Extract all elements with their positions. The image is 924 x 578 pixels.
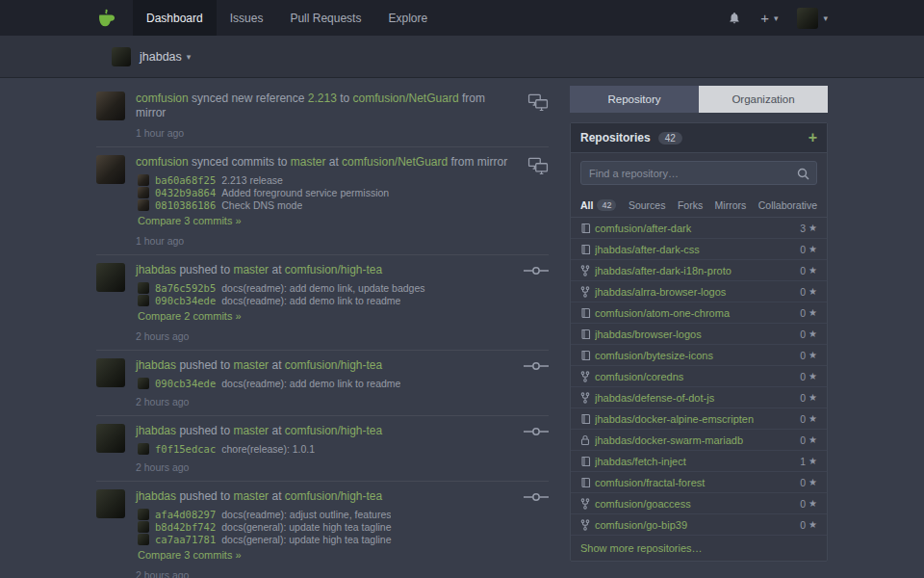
committer-avatar: [138, 282, 149, 294]
tab-repository[interactable]: Repository: [570, 86, 699, 113]
repo-link[interactable]: comfusion/high-tea: [285, 263, 382, 276]
repo-name[interactable]: jhabdas/docker-alpine-emscripten: [595, 413, 800, 425]
repo-row[interactable]: jhabdas/docker-alpine-emscripten 0 ★: [571, 408, 827, 430]
repo-link[interactable]: comfusion/high-tea: [285, 489, 382, 503]
repo-link[interactable]: comfusion/high-tea: [285, 358, 382, 372]
repo-name[interactable]: jhabdas/alrra-browser-logos: [595, 286, 800, 298]
commit-message: docs(readme): adjust outline, features: [221, 509, 391, 520]
filter-sources[interactable]: Sources: [629, 199, 666, 211]
commit-sha[interactable]: ba60a68f25: [155, 174, 216, 186]
repo-name[interactable]: jhabdas/fetch-inject: [595, 456, 800, 467]
feed-item: jhabdas pushed to master at comfusion/hi…: [96, 416, 549, 482]
repo-row[interactable]: jhabdas/docker-swarm-mariadb 0 ★: [571, 430, 827, 451]
actor-link[interactable]: jhabdas: [136, 358, 176, 372]
commit-sha[interactable]: f0f15edcac: [155, 443, 216, 455]
compare-commits-link[interactable]: Compare 3 commits »: [138, 215, 242, 227]
feed-title: comfusion synced new reference 2.213 to …: [136, 92, 508, 120]
repo-name[interactable]: jhabdas/after-dark-i18n-proto: [595, 265, 800, 276]
repo-row[interactable]: jhabdas/after-dark-css 0 ★: [571, 239, 827, 260]
repo-row[interactable]: jhabdas/defense-of-dot-js 0 ★: [571, 387, 827, 408]
repo-name[interactable]: jhabdas/defense-of-dot-js: [595, 392, 800, 404]
repo-name[interactable]: comfusion/fractal-forest: [595, 477, 800, 488]
gitea-logo[interactable]: [96, 0, 117, 36]
context-switcher-bar: jhabdas ▾: [0, 36, 924, 78]
nav-item-explore[interactable]: Explore: [374, 0, 441, 36]
repo-name[interactable]: jhabdas/after-dark-css: [595, 244, 800, 255]
star-count: 0: [800, 307, 806, 319]
repo-name[interactable]: jhabdas/docker-swarm-mariadb: [595, 434, 800, 446]
repo-name[interactable]: comfusion/bytesize-icons: [595, 350, 800, 361]
repo-row[interactable]: comfusion/bytesize-icons 0 ★: [571, 345, 827, 366]
repo-row[interactable]: comfusion/go-bip39 0 ★: [571, 514, 827, 536]
actor-avatar[interactable]: [96, 358, 125, 387]
branch-link[interactable]: master: [233, 358, 269, 372]
actor-link[interactable]: comfusion: [136, 155, 189, 169]
feed-item: jhabdas pushed to master at comfusion/hi…: [96, 482, 549, 578]
compare-commits-link[interactable]: Compare 2 commits »: [138, 310, 242, 323]
filter-collaborative[interactable]: Collaborative: [758, 199, 817, 211]
nav-item-dashboard[interactable]: Dashboard: [133, 0, 217, 36]
create-new-button[interactable]: +▾: [760, 10, 778, 26]
repo-row[interactable]: jhabdas/fetch-inject 1 ★: [571, 451, 827, 472]
nav-item-pull-requests[interactable]: Pull Requests: [276, 0, 374, 36]
repo-row[interactable]: jhabdas/alrra-browser-logos 0 ★: [571, 281, 827, 302]
branch-link[interactable]: master: [233, 263, 269, 276]
actor-link[interactable]: comfusion: [136, 92, 189, 105]
repo-link[interactable]: comfusion/NetGuard: [342, 155, 448, 169]
repo-row[interactable]: comfusion/atom-one-chroma 0 ★: [571, 302, 827, 324]
repo-link[interactable]: comfusion/high-tea: [285, 424, 382, 437]
actor-link[interactable]: jhabdas: [136, 424, 176, 437]
commit-line: b8d42bf742docs(general): update high tea…: [138, 520, 508, 533]
feed-timestamp: 2 hours ago: [136, 570, 508, 578]
branch-link[interactable]: master: [233, 489, 269, 503]
commit-sha[interactable]: afa4d08297: [155, 509, 216, 520]
user-menu[interactable]: ▾: [797, 8, 828, 29]
commit-message: 2.213 release: [221, 174, 283, 186]
star-icon: ★: [808, 392, 817, 403]
actor-avatar[interactable]: [96, 263, 125, 292]
star-icon: ★: [808, 371, 817, 381]
filter-all[interactable]: All42: [580, 199, 616, 211]
repo-link[interactable]: comfusion/NetGuard: [353, 92, 459, 105]
show-more-link[interactable]: Show more repositories…: [571, 536, 827, 561]
commit-sha[interactable]: 0432b9a864: [155, 187, 216, 198]
branch-link[interactable]: master: [233, 424, 269, 437]
repo-row[interactable]: comfusion/coredns 0 ★: [571, 366, 827, 387]
commit-sha[interactable]: 090cb34ede: [155, 295, 216, 306]
notifications-bell-icon[interactable]: [728, 11, 741, 25]
branch-link[interactable]: master: [291, 155, 326, 169]
tab-organization[interactable]: Organization: [699, 86, 828, 113]
actor-avatar[interactable]: [96, 424, 125, 453]
sidebar-tabs: RepositoryOrganization: [570, 86, 828, 113]
repo-search-input[interactable]: [580, 161, 817, 185]
filter-forks[interactable]: Forks: [678, 199, 703, 211]
actor-link[interactable]: jhabdas: [136, 263, 176, 276]
repo-row[interactable]: comfusion/fractal-forest 0 ★: [571, 472, 827, 493]
repo-name[interactable]: comfusion/goaccess: [595, 498, 800, 510]
ref-link[interactable]: 2.213: [308, 92, 337, 105]
context-user-name[interactable]: jhabdas: [140, 50, 182, 64]
filter-mirrors[interactable]: Mirrors: [715, 199, 747, 211]
feed-text: at: [325, 155, 342, 169]
repo-row[interactable]: comfusion/after-dark 3 ★: [571, 218, 827, 239]
add-repo-button[interactable]: +: [808, 130, 817, 145]
commit-sha[interactable]: 090cb34ede: [155, 378, 216, 389]
commit-sha[interactable]: 0810386186: [155, 199, 216, 211]
compare-commits-link[interactable]: Compare 3 commits »: [138, 549, 242, 562]
repo-name[interactable]: comfusion/atom-one-chroma: [595, 307, 800, 319]
repo-name[interactable]: comfusion/after-dark: [595, 223, 800, 234]
nav-item-issues[interactable]: Issues: [217, 0, 277, 36]
repo-name[interactable]: comfusion/coredns: [595, 371, 800, 382]
repo-row[interactable]: jhabdas/browser-logos 0 ★: [571, 324, 827, 345]
repo-name[interactable]: jhabdas/browser-logos: [595, 328, 800, 340]
repo-name[interactable]: comfusion/go-bip39: [595, 519, 800, 531]
actor-avatar[interactable]: [96, 489, 125, 518]
actor-link[interactable]: jhabdas: [136, 489, 176, 503]
actor-avatar[interactable]: [96, 92, 125, 120]
repo-row[interactable]: jhabdas/after-dark-i18n-proto 0 ★: [571, 260, 827, 281]
commit-sha[interactable]: 8a76c592b5: [155, 282, 216, 294]
commit-sha[interactable]: b8d42bf742: [155, 521, 216, 533]
actor-avatar[interactable]: [96, 155, 125, 184]
commit-sha[interactable]: ca7aa71781: [155, 534, 216, 545]
repo-row[interactable]: comfusion/goaccess 0 ★: [571, 493, 827, 514]
